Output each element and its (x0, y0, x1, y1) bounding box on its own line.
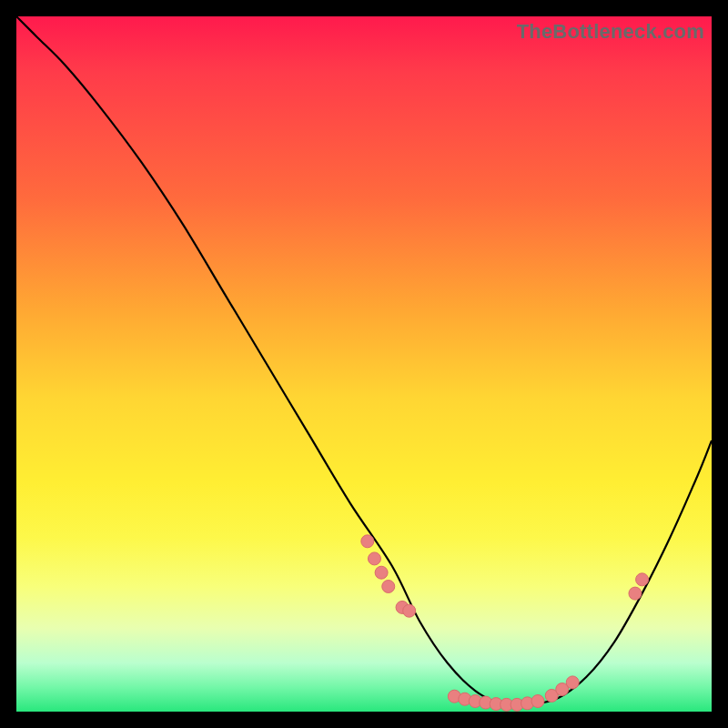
curve-marker (375, 566, 388, 579)
curve-marker (361, 535, 374, 548)
curve-markers (361, 535, 649, 712)
curve-marker (566, 676, 579, 689)
bottleneck-curve-path (16, 16, 712, 706)
curve-marker (636, 573, 649, 586)
plot-area: TheBottleneck.com (16, 16, 712, 712)
curve-marker (531, 695, 544, 708)
curve-marker (629, 587, 642, 600)
curve-marker (403, 604, 416, 617)
chart-container: TheBottleneck.com (0, 0, 728, 728)
bottleneck-curve-svg (16, 16, 712, 712)
curve-marker (382, 580, 395, 592)
curve-marker (368, 552, 380, 565)
